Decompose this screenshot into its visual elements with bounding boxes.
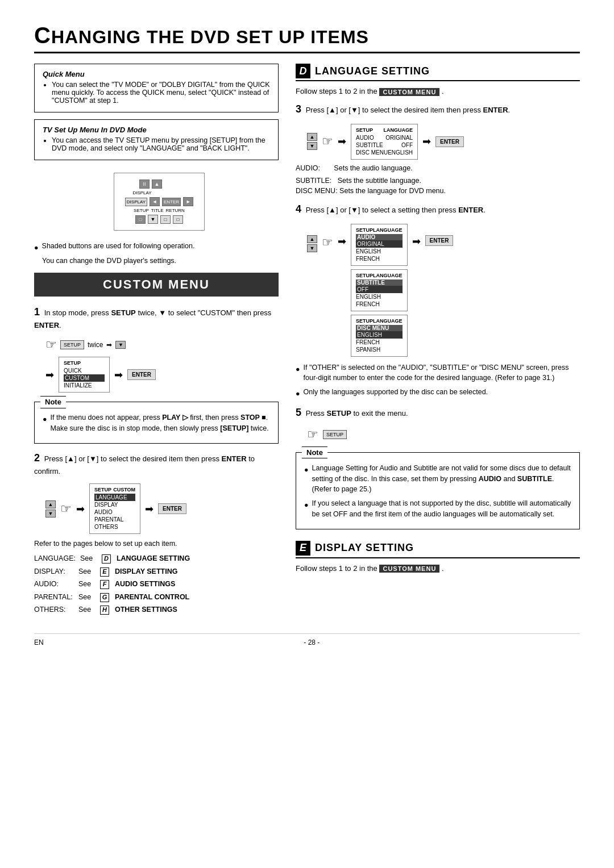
nav-arrows-4: ▲ ▼ bbox=[307, 235, 317, 252]
step-4-discmenu-header: SETUPLANGUAGE bbox=[356, 318, 403, 324]
step4-disc-english: ENGLISH bbox=[356, 331, 403, 339]
refer-audio: AUDIO: See F AUDIO SETTINGS bbox=[34, 578, 279, 591]
screen-item-quick: QUICK bbox=[64, 367, 105, 374]
footer-center: - 28 - bbox=[304, 639, 320, 646]
settings-note: You can change the DVD player's settings… bbox=[42, 257, 279, 265]
subtitle-desc: SUBTITLE: Sets the subtitle language. bbox=[296, 177, 580, 185]
step3-discmenu-val: ENGLISH bbox=[388, 149, 413, 156]
note-1-item-1: ● If the menu does not appear, press PLA… bbox=[43, 412, 270, 434]
refer-desc-f: AUDIO SETTINGS bbox=[115, 578, 175, 591]
shaded-note: ● Shaded buttons are used for following … bbox=[34, 241, 279, 253]
refer-label-others: OTHERS: bbox=[34, 603, 74, 616]
tv-setup-text: You can access the TV SETUP menu by pres… bbox=[52, 136, 270, 152]
step-2-text: Press [▲] or [▼] to select the desired i… bbox=[34, 454, 255, 475]
step3-audio-label: AUDIO bbox=[356, 135, 374, 141]
note2-item-2: ● If you select a language that is not s… bbox=[304, 498, 571, 520]
refer-see-f: See bbox=[78, 578, 96, 591]
tv-setup-box: TV Set Up Menu In DVD Mode You can acces… bbox=[34, 119, 279, 160]
disc-menu-desc: DISC MENU: Sets the language for DVD men… bbox=[296, 187, 580, 195]
step-4-subtitle-header: SETUPLANGUAGE bbox=[356, 273, 403, 278]
step4-audio-english: ENGLISH bbox=[356, 248, 403, 255]
step-5-diagram: ☞ SETUP bbox=[307, 427, 580, 442]
note2-item-1: ● Language Setting for Audio and Subtitl… bbox=[304, 463, 571, 495]
step-1-screen: SETUP QUICK CUSTOM INITIALIZE bbox=[59, 357, 110, 393]
step4-disc-spanish: SPANISH bbox=[356, 346, 403, 353]
step-4-text: Press [▲] or [▼] to select a setting the… bbox=[306, 206, 486, 214]
remote-pause-btn: II bbox=[139, 180, 150, 189]
enter-btn-mock-1: ENTER bbox=[127, 369, 156, 380]
step4-sub-off: OFF bbox=[356, 286, 403, 293]
step4-sub-french: FRENCH bbox=[356, 301, 403, 308]
step3-discmenu-label: DISC MENU bbox=[356, 149, 388, 156]
refer-table: LANGUAGE: See D LANGUAGE SETTING DISPLAY… bbox=[34, 552, 279, 616]
step-1-num: 1 bbox=[34, 306, 40, 318]
nav-down-2: ▼ bbox=[45, 510, 56, 518]
step-2-num: 2 bbox=[34, 452, 40, 464]
follow-steps-d: Follow steps 1 to 2 in the CUSTOM MENU . bbox=[296, 87, 580, 96]
step-4-screens: SETUPLANGUAGE AUDIO ORIGINAL ENGLISH FRE… bbox=[351, 224, 408, 357]
hand-icon-5: ☞ bbox=[307, 427, 318, 442]
refer-desc-g: PARENTAL CONTROL bbox=[115, 591, 189, 604]
page-title: CHANGING THE DVD SET UP ITEMS bbox=[34, 23, 580, 53]
step-3-num: 3 bbox=[296, 103, 301, 115]
step-1-text: In stop mode, press SETUP twice, ▼ to se… bbox=[34, 308, 271, 329]
step4-audio-original: ORIGINAL bbox=[356, 240, 403, 248]
remote-right-btn: ► bbox=[183, 197, 193, 206]
remote-enter-btn: ENTER bbox=[162, 198, 181, 206]
refer-others: OTHERS: See H OTHER SETTINGS bbox=[34, 603, 279, 616]
quick-menu-text: You can select the "TV MODE" or "DOLBY D… bbox=[52, 81, 270, 105]
step2-audio: AUDIO bbox=[94, 508, 135, 516]
step-1: 1 In stop mode, press SETUP twice, ▼ to … bbox=[34, 304, 279, 331]
refer-letter-d: D bbox=[102, 554, 111, 564]
refer-language: LANGUAGE: See D LANGUAGE SETTING bbox=[34, 552, 279, 565]
remote-down-btn: ▼ bbox=[148, 215, 158, 224]
refer-see-d: See bbox=[80, 552, 97, 565]
note-box-1: Note ● If the menu does not appear, pres… bbox=[34, 402, 279, 444]
step4-audio-french: FRENCH bbox=[356, 255, 403, 262]
step-1-diagram: ☞ SETUP twice ➡ ▼ bbox=[45, 337, 279, 352]
remote-left-btn: ◄ bbox=[150, 197, 160, 206]
arrow-right-1: ➡ bbox=[106, 341, 112, 349]
nav-down-4: ▼ bbox=[307, 244, 317, 252]
note-content-2: ● Language Setting for Audio and Subtitl… bbox=[304, 463, 571, 520]
section-d-title: LANGUAGE SETTING bbox=[315, 65, 430, 77]
section-e-title: DISPLAY SETTING bbox=[315, 542, 414, 554]
step2-parental: PARENTAL bbox=[94, 516, 135, 523]
custom-menu-tag-e: CUSTOM MENU bbox=[379, 565, 439, 573]
screen-item-initialize: INITIALIZE bbox=[64, 382, 105, 389]
quick-menu-box: Quick Menu You can select the "TV MODE" … bbox=[34, 64, 279, 112]
title-first-letter: C bbox=[34, 23, 51, 48]
enter-btn-mock-3: ENTER bbox=[435, 136, 464, 147]
refer-label-audio: AUDIO: bbox=[34, 578, 74, 591]
section-d-header: D LANGUAGE SETTING bbox=[296, 64, 580, 81]
nav-down-btn: ▼ bbox=[115, 341, 126, 349]
nav-up-3: ▲ bbox=[307, 133, 317, 141]
custom-menu-tag-d: CUSTOM MENU bbox=[379, 88, 439, 96]
right-column: D LANGUAGE SETTING Follow steps 1 to 2 i… bbox=[296, 64, 580, 578]
twice-label: twice bbox=[88, 341, 103, 349]
step-1-screen-header: SETUP bbox=[64, 360, 105, 366]
step-3-screen: SETUPLANGUAGE AUDIO ORIGINAL SUBTITLE OF… bbox=[351, 124, 418, 160]
remote-return-btn: □ bbox=[173, 215, 183, 224]
setup-exit-btn: SETUP bbox=[323, 430, 347, 439]
refer-see-h: See bbox=[78, 603, 96, 616]
hand-icon-4: ☞ bbox=[322, 235, 333, 250]
quick-menu-title: Quick Menu bbox=[43, 70, 270, 78]
section-d-letter: D bbox=[296, 64, 310, 78]
step-1-screen-row: ➡ SETUP QUICK CUSTOM INITIALIZE ➡ ENTER bbox=[45, 357, 279, 393]
step-2: 2 Press [▲] or [▼] to select the desired… bbox=[34, 450, 279, 477]
refer-letter-g: G bbox=[100, 593, 109, 602]
screen-item-custom: CUSTOM bbox=[64, 374, 105, 382]
bullet-2: ● Only the languages supported by the di… bbox=[296, 387, 580, 399]
refer-parental: PARENTAL: See G PARENTAL CONTROL bbox=[34, 591, 279, 604]
note-title-2: Note bbox=[302, 446, 327, 459]
refer-label-parental: PARENTAL: bbox=[34, 591, 74, 604]
step3-subtitle-val: OFF bbox=[401, 142, 413, 148]
step-2-screen: SETUPCUSTOM LANGUAGE DISPLAY AUDIO PAREN… bbox=[89, 483, 140, 534]
page-footer: EN - 28 - bbox=[34, 633, 580, 646]
step-3: 3 Press [▲] or [▼] to select the desired… bbox=[296, 102, 580, 117]
refer-display: DISPLAY: See E DISPLAY SETTING bbox=[34, 565, 279, 578]
refer-letter-f: F bbox=[100, 580, 109, 589]
step-4-screen-audio: SETUPLANGUAGE AUDIO ORIGINAL ENGLISH FRE… bbox=[351, 224, 408, 266]
step-5: 5 Press SETUP to exit the menu. bbox=[296, 405, 580, 420]
